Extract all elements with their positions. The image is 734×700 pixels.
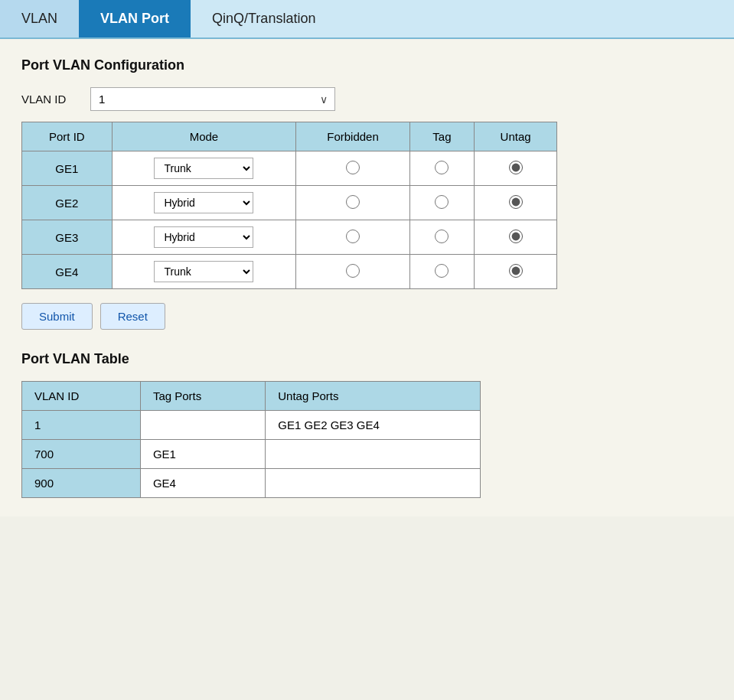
mode-cell: AccessTrunkHybrid (112, 220, 296, 255)
vlan-id-label: VLAN ID (21, 93, 75, 106)
button-row: Submit Reset (21, 303, 713, 330)
tag-radio-GE4[interactable] (435, 264, 449, 278)
pvlan-untag-ports (266, 469, 481, 498)
tab-vlan[interactable]: VLAN (0, 0, 79, 37)
untag-cell (475, 220, 557, 255)
port-id-cell: GE2 (22, 186, 113, 220)
tab-bar: VLAN VLAN Port QinQ/Translation (0, 0, 734, 39)
config-table: Port ID Mode Forbidden Tag Untag GE1Acce… (21, 122, 557, 289)
forbidden-cell (296, 151, 409, 186)
port-id-cell: GE1 (22, 151, 113, 186)
pvlan-tag-ports: GE4 (140, 469, 265, 498)
untag-radio-GE4[interactable] (509, 264, 523, 278)
tag-cell (409, 255, 474, 289)
pvlan-tag-ports (140, 411, 265, 440)
col-header-forbidden: Forbidden (296, 122, 409, 151)
mode-cell: AccessTrunkHybrid (112, 151, 296, 186)
pvlan-col-untag: Untag Ports (266, 382, 481, 411)
mode-select-GE1[interactable]: AccessTrunkHybrid (154, 158, 253, 179)
pvlan-vlan-id: 700 (22, 440, 141, 469)
col-header-untag: Untag (475, 122, 557, 151)
tag-radio-GE1[interactable] (435, 161, 449, 174)
port-id-cell: GE3 (22, 220, 113, 255)
forbidden-radio-GE4[interactable] (346, 264, 360, 278)
reset-button[interactable]: Reset (100, 303, 165, 330)
tag-cell (409, 220, 474, 255)
tag-cell (409, 186, 474, 220)
pvlan-table: VLAN ID Tag Ports Untag Ports 1GE1 GE2 G… (21, 381, 481, 498)
port-id-cell: GE4 (22, 255, 113, 289)
pvlan-vlan-id: 1 (22, 411, 141, 440)
forbidden-cell (296, 186, 409, 220)
tag-radio-GE2[interactable] (435, 195, 449, 209)
col-header-tag: Tag (409, 122, 474, 151)
mode-cell: AccessTrunkHybrid (112, 255, 296, 289)
untag-cell (475, 186, 557, 220)
tag-radio-GE3[interactable] (435, 230, 449, 243)
pvlan-vlan-id: 900 (22, 469, 141, 498)
pvlan-col-vlanid: VLAN ID (22, 382, 141, 411)
submit-button[interactable]: Submit (21, 303, 93, 330)
forbidden-radio-GE2[interactable] (346, 195, 360, 209)
mode-select-GE4[interactable]: AccessTrunkHybrid (154, 261, 253, 282)
config-section-title: Port VLAN Configuration (21, 57, 713, 73)
mode-select-GE2[interactable]: AccessTrunkHybrid (154, 192, 253, 213)
untag-radio-GE3[interactable] (509, 230, 523, 243)
untag-radio-GE2[interactable] (509, 195, 523, 209)
table-section-title: Port VLAN Table (21, 351, 713, 367)
col-header-mode: Mode (112, 122, 296, 151)
untag-cell (475, 151, 557, 186)
forbidden-radio-GE3[interactable] (346, 230, 360, 243)
tag-cell (409, 151, 474, 186)
pvlan-untag-ports (266, 440, 481, 469)
vlan-id-row: VLAN ID 1 700 900 (21, 87, 713, 111)
vlan-id-select[interactable]: 1 700 900 (90, 87, 335, 111)
pvlan-untag-ports: GE1 GE2 GE3 GE4 (266, 411, 481, 440)
forbidden-radio-GE1[interactable] (346, 161, 360, 174)
main-content: Port VLAN Configuration VLAN ID 1 700 90… (0, 39, 734, 516)
col-header-port-id: Port ID (22, 122, 113, 151)
pvlan-tag-ports: GE1 (140, 440, 265, 469)
forbidden-cell (296, 255, 409, 289)
pvlan-col-tag: Tag Ports (140, 382, 265, 411)
tab-qinq[interactable]: QinQ/Translation (191, 0, 337, 37)
mode-cell: AccessTrunkHybrid (112, 186, 296, 220)
vlan-id-select-wrapper: 1 700 900 (90, 87, 335, 111)
untag-cell (475, 255, 557, 289)
tab-vlan-port[interactable]: VLAN Port (79, 0, 191, 37)
forbidden-cell (296, 220, 409, 255)
mode-select-GE3[interactable]: AccessTrunkHybrid (154, 226, 253, 248)
untag-radio-GE1[interactable] (509, 161, 523, 174)
